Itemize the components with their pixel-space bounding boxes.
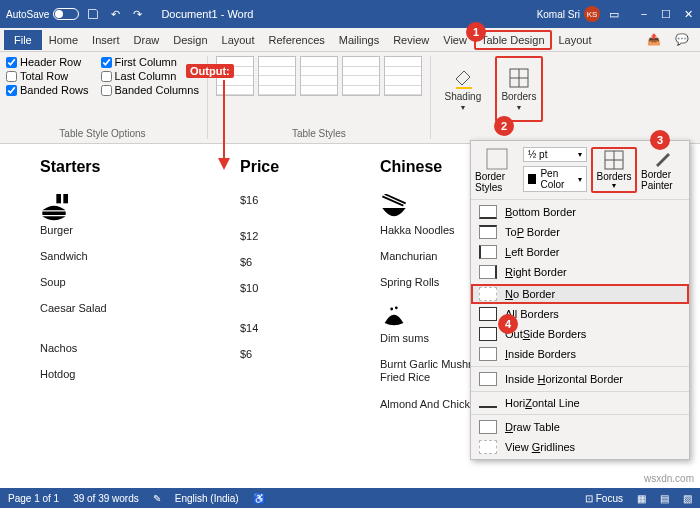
undo-icon[interactable]: ↶ [107,6,123,22]
list-item: Nachos [40,342,160,354]
table-style-thumb[interactable] [300,56,338,96]
list-item: $6 [240,348,300,360]
menu-draw-table[interactable]: Draw Table [471,414,689,437]
svg-point-12 [395,306,398,309]
close-button[interactable]: ✕ [682,8,694,21]
list-item: $10 [240,282,300,294]
tab-file[interactable]: File [4,30,42,50]
list-item: Caesar Salad [40,302,160,314]
border-styles-button[interactable]: Border Styles [475,147,519,193]
check-total-row[interactable]: Total Row [6,70,89,82]
check-banded-columns[interactable]: Banded Columns [101,84,199,96]
pen-color-select[interactable]: Pen Color▾ [523,166,587,192]
comments-button[interactable]: 💬 [668,29,696,50]
menu-no-border[interactable]: No Border [471,284,689,304]
list-item: Hotdog [40,368,160,380]
menu-top-border[interactable]: ToP Border [471,222,689,242]
border-weight-select[interactable]: ½ pt▾ [523,147,587,162]
ribbon-tabs: File Home Insert Draw Design Layout Refe… [0,28,700,52]
table-style-thumb[interactable] [384,56,422,96]
tab-design[interactable]: Design [166,30,214,50]
bucket-icon [452,67,474,89]
tab-review[interactable]: Review [386,30,436,50]
list-item: $16 [240,194,300,206]
view-print-icon[interactable]: ▤ [660,493,669,504]
tab-mailings[interactable]: Mailings [332,30,386,50]
maximize-button[interactable]: ☐ [660,8,672,21]
save-icon[interactable] [85,6,101,22]
borders-split-button[interactable]: Borders▼ [591,147,637,193]
tab-draw[interactable]: Draw [127,30,167,50]
list-item: $6 [240,256,300,268]
page-status[interactable]: Page 1 of 1 [8,493,59,504]
shading-button[interactable]: Shading▼ [439,56,487,122]
redo-icon[interactable]: ↷ [129,6,145,22]
word-count[interactable]: 39 of 39 words [73,493,139,504]
menu-inside-borders[interactable]: Inside Borders [471,344,689,364]
check-first-column[interactable]: First Column [101,56,199,68]
watermark: wsxdn.com [644,473,694,484]
menu-right-border[interactable]: Right Border [471,262,689,282]
menu-bottom-border[interactable]: Bottom Border [471,202,689,222]
ribbon: Header Row First Column Total Row Last C… [0,52,700,144]
svg-point-11 [390,308,393,311]
burger-icon [40,194,68,222]
borders-dropdown: Border Styles ½ pt▾ Pen Color▾ Borders▼ … [470,140,690,460]
title-bar: AutoSave ↶ ↷ Document1 - Word Komal Sri … [0,0,700,28]
group-table-style-options: Header Row First Column Total Row Last C… [6,56,199,139]
border-styles-icon [485,147,509,171]
accessibility-icon[interactable]: ♿ [253,493,265,504]
language-status[interactable]: English (India) [175,493,239,504]
document-title: Document1 - Word [161,8,253,20]
annotation-badge-4: 4 [498,314,518,334]
minimize-button[interactable]: − [638,8,650,21]
borders-grid-icon [603,149,625,171]
focus-mode[interactable]: ⊡ Focus [585,493,623,504]
user-account[interactable]: Komal Sri KS [537,6,600,22]
share-button[interactable]: 📤 [640,29,668,50]
noodles-icon [380,194,408,222]
tab-references[interactable]: References [262,30,332,50]
check-last-column[interactable]: Last Column [101,70,199,82]
tab-layout[interactable]: Layout [215,30,262,50]
svg-rect-0 [456,87,472,89]
svg-rect-8 [42,212,65,216]
list-item: $14 [240,322,300,334]
tab-home[interactable]: Home [42,30,85,50]
tab-layout2[interactable]: Layout [552,30,599,50]
list-item: $12 [240,230,300,242]
annotation-badge-2: 2 [494,116,514,136]
annotation-badge-3: 3 [650,130,670,150]
svg-rect-6 [56,194,61,203]
list-item: Sandwich [40,250,160,262]
menu-left-border[interactable]: Left Border [471,242,689,262]
list-item: Soup [40,276,160,288]
check-header-row[interactable]: Header Row [6,56,89,68]
status-bar: Page 1 of 1 39 of 39 words ✎ English (In… [0,488,700,508]
arrow-annotation [218,80,238,170]
ribbon-options-icon[interactable]: ▭ [606,6,622,22]
group-table-styles: Table Styles [216,56,422,139]
view-web-icon[interactable]: ▧ [683,493,692,504]
table-style-thumb[interactable] [258,56,296,96]
painter-icon [652,147,674,169]
borders-icon [508,67,530,89]
borders-button[interactable]: Borders▼ [495,56,543,122]
svg-rect-13 [487,149,507,169]
autosave-toggle[interactable]: AutoSave [6,8,79,20]
table-style-thumb[interactable] [342,56,380,96]
col-header-starters: Starters [40,158,160,176]
border-painter-button[interactable]: Border Painter [641,147,685,193]
output-annotation: Output: [186,64,234,78]
menu-inside-horizontal[interactable]: Inside Horizontal Border [471,366,689,389]
annotation-badge-1: 1 [466,22,486,42]
svg-rect-7 [63,194,68,203]
proofing-icon[interactable]: ✎ [153,493,161,504]
check-banded-rows[interactable]: Banded Rows [6,84,89,96]
tab-insert[interactable]: Insert [85,30,127,50]
view-read-icon[interactable]: ▦ [637,493,646,504]
col-header-price: Price [240,158,300,176]
list-item: Burger [40,194,160,236]
menu-horizontal-line[interactable]: HoriZontal Line [471,391,689,412]
menu-view-gridlines[interactable]: View Gridlines [471,437,689,457]
